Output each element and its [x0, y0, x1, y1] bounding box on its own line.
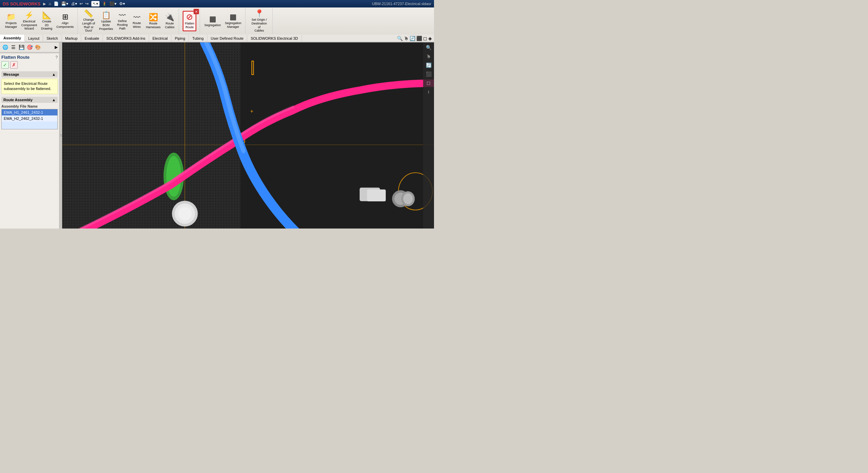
view-icon-5[interactable]: ◻ [423, 36, 427, 41]
rt-rotate[interactable]: 🔄 [425, 61, 433, 69]
svg-point-21 [403, 193, 413, 204]
panel-toolbar: 🌐 ☰ 💾 🎯 🎨 ▶ [0, 42, 59, 52]
tab-tubing[interactable]: Tubing [189, 35, 207, 42]
assembly-item-1[interactable]: EWA_H1_2461_2432-1 [2, 109, 57, 115]
route-buttons: 📏 ChangeLength of'Rail' or'Duct' 📋 Updat… [80, 9, 177, 34]
tab-electrical[interactable]: Electrical [149, 35, 171, 42]
viewport-canvas: + [62, 42, 434, 229]
right-toolbar: 🔍 🖱 🔄 ⬛ ◻ ↕ [423, 42, 434, 229]
rt-zoom[interactable]: 🔍 [425, 44, 433, 51]
view-icon-2[interactable]: 🖱 [404, 36, 409, 41]
tab-evaluate[interactable]: Evaluate [81, 35, 103, 42]
reject-btn[interactable]: ✗ [10, 61, 18, 69]
tab-addins[interactable]: SOLIDWORKS Add-Ins [103, 35, 149, 42]
view-icon-6[interactable]: ◈ [428, 36, 432, 41]
route-wires-btn[interactable]: 〰 RouteWires [130, 13, 144, 30]
route-assembly-label: Route Assembly [3, 98, 33, 102]
tab-piping[interactable]: Piping [171, 35, 189, 42]
define-routing-btn[interactable]: 〰 DefineRoutingPath [115, 11, 129, 31]
route-assembly-collapse-icon: ▲ [52, 98, 56, 102]
main-area: 🌐 ☰ 💾 🎯 🎨 ▶ Flatten Route ? ✓ ✗ Message [0, 42, 434, 229]
rt-select[interactable]: ◻ [426, 79, 432, 87]
view-icon-1[interactable]: 🔍 [397, 36, 403, 41]
assembly-item-2[interactable]: EWA_H2_2462_2432-1 [2, 115, 57, 122]
panel-title: Flatten Route [1, 55, 30, 60]
rt-pan[interactable]: 🖱 [425, 53, 432, 60]
view-icon-3[interactable]: 🔄 [410, 36, 415, 41]
flatten-icon: ⊘ [186, 13, 193, 21]
view-icon-4[interactable]: ⬛ [416, 36, 422, 41]
segregation-btn[interactable]: ▦ Segregation [203, 14, 223, 28]
viewport[interactable]: + [62, 42, 434, 229]
tab-sketch[interactable]: Sketch [43, 35, 62, 42]
tab-sw-electrical-3d[interactable]: SOLIDWORKS Electrical 3D [247, 35, 302, 42]
title-bar: DS SOLIDWORKS ▶ ⌂ 📄 💾▾ 🖨▾ ↩ ↪ ↖▾ 🚦 ⬛▾ ⚙▾… [0, 0, 434, 7]
ribbon-tabs: Assembly Layout Sketch Markup Evaluate S… [0, 35, 434, 42]
tab-assembly[interactable]: Assembly [0, 35, 25, 42]
tab-layout[interactable]: Layout [25, 35, 43, 42]
segregation-buttons: ▦ Segregation ▦ SegregationManager [203, 9, 243, 33]
panel-splitter[interactable]: ⠿ [59, 42, 62, 229]
route-harnesses-btn[interactable]: 🔀 RouteHarnesses [144, 13, 162, 30]
panel-help-btn[interactable]: ? [55, 55, 58, 60]
redo-btn[interactable]: ↪ [85, 1, 89, 6]
panel-tool-list[interactable]: ☰ [10, 43, 17, 51]
panel-header: Flatten Route ? [1, 55, 58, 60]
tab-user-defined-route[interactable]: User Defined Route [207, 35, 248, 42]
print-dropdown[interactable]: 🖨▾ [71, 1, 77, 6]
electrical-icon: ⚡ [24, 12, 34, 19]
home-btn[interactable]: ⌂ [49, 1, 51, 6]
panel-tool-globe[interactable]: 🌐 [1, 43, 9, 51]
panel-tool-color[interactable]: 🎨 [34, 43, 41, 51]
seg-mgr-icon: ▦ [230, 13, 237, 21]
panel-tool-target[interactable]: 🎯 [26, 43, 33, 51]
align-icon: ⊞ [62, 13, 68, 21]
message-section-header[interactable]: Message ▲ [1, 71, 58, 77]
ribbon-group-flatten: ⊘ FlattenRoute ✕ [180, 8, 200, 34]
accept-btn[interactable]: ✓ [1, 61, 9, 69]
electrical-wizard-btn[interactable]: ⚡ ElectricalComponentWizard [20, 11, 39, 32]
projects-icon: 📁 [6, 13, 16, 21]
align-components-btn[interactable]: ⊞ AlignComponents [55, 12, 75, 30]
ribbon: 📁 ProjectsManager ⚡ ElectricalComponentW… [0, 7, 434, 42]
message-box: Select the Electrical Route subassembly … [1, 79, 58, 94]
origin-icon: 📍 [255, 10, 264, 17]
flatten-route-panel: Flatten Route ? ✓ ✗ Message ▲ Select the… [0, 53, 59, 229]
left-panel: 🌐 ☰ 💾 🎯 🎨 ▶ Flatten Route ? ✓ ✗ Message [0, 42, 59, 229]
snap-toggle[interactable]: 🚦 [102, 1, 107, 6]
undo-btn[interactable]: ↩ [79, 1, 83, 6]
nav-arrow[interactable]: ▶ [43, 2, 46, 6]
wires-icon: 〰 [133, 14, 140, 21]
harnesses-icon: 🔀 [149, 14, 158, 21]
cables-icon: 🔌 [165, 14, 174, 21]
settings-btn[interactable]: ⚙▾ [119, 1, 125, 6]
save-dropdown[interactable]: 💾▾ [61, 1, 68, 6]
seg-icon: ▦ [209, 15, 216, 23]
segregation-manager-btn[interactable]: ▦ SegregationManager [223, 12, 243, 30]
view-toggle[interactable]: ⬛▾ [109, 1, 116, 6]
panel-tool-save[interactable]: 💾 [18, 43, 25, 51]
cursor-selector[interactable]: ↖▾ [91, 1, 100, 6]
route-cables-btn[interactable]: 🔌 RouteCables [163, 13, 177, 30]
svg-point-15 [178, 207, 192, 220]
assembly-file-list[interactable]: EWA_H1_2461_2432-1 EWA_H2_2462_2432-1 [1, 109, 58, 129]
message-label: Message [3, 72, 19, 76]
update-bom-btn[interactable]: 📋 UpdateBOMProperties [97, 11, 115, 32]
rt-section[interactable]: ↕ [427, 88, 431, 95]
panel-expand-btn[interactable]: ▶ [55, 45, 58, 50]
route-assembly-section-header[interactable]: Route Assembly ▲ [1, 97, 58, 103]
new-btn[interactable]: 📄 [54, 1, 59, 6]
rt-box[interactable]: ⬛ [425, 70, 433, 78]
assembly-file-name-label: Assembly File Name [1, 104, 58, 108]
origin-buttons: 📍 Set Origin /Destination ofCables [248, 9, 270, 34]
create-2d-btn[interactable]: 📐 Create2DDrawing [39, 11, 54, 32]
svg-rect-17 [367, 189, 386, 201]
solidworks-logo: DS SOLIDWORKS [3, 1, 40, 6]
change-length-btn[interactable]: 📏 ChangeLength of'Rail' or'Duct' [80, 9, 97, 34]
message-collapse-icon: ▲ [52, 72, 56, 76]
file-title: UBW-21161-47237-Electrical.sldasr [372, 2, 431, 6]
tab-markup[interactable]: Markup [62, 35, 82, 42]
toolbar-close-btn[interactable]: ✕ [194, 9, 199, 14]
projects-manager-btn[interactable]: 📁 ProjectsManager [3, 12, 19, 30]
set-origin-btn[interactable]: 📍 Set Origin /Destination ofCables [248, 9, 270, 34]
